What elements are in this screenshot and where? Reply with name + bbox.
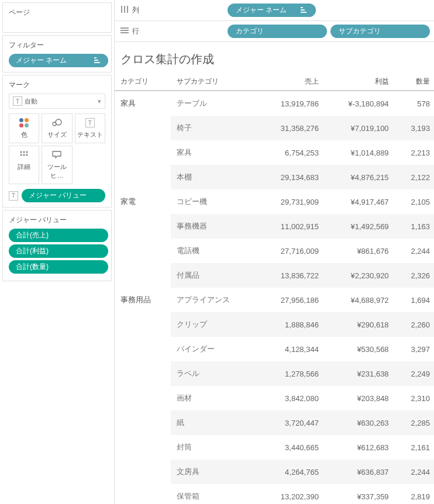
cell-sales[interactable]: 3,440,665 bbox=[258, 435, 325, 460]
mark-tooltip-button[interactable]: ツールヒ… bbox=[42, 146, 72, 184]
cell-profit[interactable]: ¥7,019,100 bbox=[325, 116, 395, 140]
cell-sales[interactable]: 3,842,080 bbox=[258, 386, 325, 410]
mv-pill-quantity[interactable]: 合計(数量) bbox=[9, 260, 108, 274]
cell-category[interactable] bbox=[115, 460, 171, 484]
cell-profit[interactable]: ¥1,014,889 bbox=[325, 140, 395, 165]
cell-subcategory[interactable]: 電話機 bbox=[171, 239, 258, 263]
cell-profit[interactable]: ¥630,263 bbox=[325, 410, 395, 435]
cell-subcategory[interactable]: 付属品 bbox=[171, 263, 258, 288]
cell-subcategory[interactable]: 封筒 bbox=[171, 435, 258, 460]
cell-category[interactable] bbox=[115, 410, 171, 435]
mark-detail-button[interactable]: 詳細 bbox=[9, 146, 39, 184]
cell-quantity[interactable]: 2,285 bbox=[395, 410, 434, 435]
row-pill-subcategory[interactable]: サブカテゴリ bbox=[330, 25, 430, 38]
cell-subcategory[interactable]: 保管箱 bbox=[171, 484, 258, 504]
columns-shelf[interactable]: 列 メジャー ネーム bbox=[115, 0, 434, 21]
cell-subcategory[interactable]: ラベル bbox=[171, 361, 258, 386]
cell-quantity[interactable]: 2,326 bbox=[395, 263, 434, 288]
cell-category[interactable] bbox=[115, 140, 171, 165]
cell-profit[interactable]: ¥-3,180,894 bbox=[325, 91, 395, 116]
marks-type-select[interactable]: T 自動 ▾ bbox=[9, 94, 105, 109]
cell-category[interactable]: 家電 bbox=[115, 189, 171, 214]
cell-subcategory[interactable]: 画材 bbox=[171, 386, 258, 410]
header-category[interactable]: カテゴリ bbox=[115, 73, 171, 91]
cell-profit[interactable]: ¥2,230,920 bbox=[325, 263, 395, 288]
cell-quantity[interactable]: 2,249 bbox=[395, 361, 434, 386]
cell-profit[interactable]: ¥1,492,569 bbox=[325, 214, 395, 239]
cell-quantity[interactable]: 578 bbox=[395, 91, 434, 116]
cell-sales[interactable]: 4,128,344 bbox=[258, 337, 325, 361]
cell-subcategory[interactable]: 事務機器 bbox=[171, 214, 258, 239]
cell-subcategory[interactable]: クリップ bbox=[171, 312, 258, 337]
cell-category[interactable] bbox=[115, 239, 171, 263]
header-quantity[interactable]: 数量 bbox=[395, 73, 434, 91]
cell-profit[interactable]: ¥636,837 bbox=[325, 460, 395, 484]
cell-category[interactable] bbox=[115, 361, 171, 386]
cell-sales[interactable]: 13,836,722 bbox=[258, 263, 325, 288]
mark-text-button[interactable]: T テキスト bbox=[75, 113, 105, 143]
cell-sales[interactable]: 3,720,447 bbox=[258, 410, 325, 435]
cell-category[interactable] bbox=[115, 484, 171, 504]
cell-category[interactable] bbox=[115, 116, 171, 140]
cell-quantity[interactable]: 2,244 bbox=[395, 460, 434, 484]
cell-profit[interactable]: ¥290,618 bbox=[325, 312, 395, 337]
cell-category[interactable] bbox=[115, 435, 171, 460]
cell-sales[interactable]: 13,202,390 bbox=[258, 484, 325, 504]
cell-subcategory[interactable]: コピー機 bbox=[171, 189, 258, 214]
cell-profit[interactable]: ¥4,917,467 bbox=[325, 189, 395, 214]
cell-subcategory[interactable]: テーブル bbox=[171, 91, 258, 116]
cell-sales[interactable]: 4,264,765 bbox=[258, 460, 325, 484]
cell-category[interactable] bbox=[115, 263, 171, 288]
cell-subcategory[interactable]: バインダー bbox=[171, 337, 258, 361]
column-pill-measure-names[interactable]: メジャー ネーム bbox=[228, 4, 316, 17]
cell-quantity[interactable]: 2,161 bbox=[395, 435, 434, 460]
cell-sales[interactable]: 29,134,683 bbox=[258, 165, 325, 189]
cell-quantity[interactable]: 2,213 bbox=[395, 140, 434, 165]
cell-profit[interactable]: ¥612,683 bbox=[325, 435, 395, 460]
mv-pill-sales[interactable]: 合計(売上) bbox=[9, 229, 108, 242]
cell-quantity[interactable]: 2,105 bbox=[395, 189, 434, 214]
cell-sales[interactable]: 27,956,186 bbox=[258, 288, 325, 312]
cell-subcategory[interactable]: 紙 bbox=[171, 410, 258, 435]
cell-subcategory[interactable]: 文房具 bbox=[171, 460, 258, 484]
cell-category[interactable]: 家具 bbox=[115, 91, 171, 116]
cell-sales[interactable]: 13,919,786 bbox=[258, 91, 325, 116]
cell-subcategory[interactable]: アプライアンス bbox=[171, 288, 258, 312]
cell-sales[interactable]: 1,888,846 bbox=[258, 312, 325, 337]
cell-subcategory[interactable]: 椅子 bbox=[171, 116, 258, 140]
cell-profit[interactable]: ¥530,568 bbox=[325, 337, 395, 361]
cell-sales[interactable]: 27,716,009 bbox=[258, 239, 325, 263]
mark-color-button[interactable]: 色 bbox=[9, 113, 39, 143]
mv-pill-profit[interactable]: 合計(利益) bbox=[9, 244, 108, 258]
cell-sales[interactable]: 29,731,909 bbox=[258, 189, 325, 214]
cell-profit[interactable]: ¥4,688,972 bbox=[325, 288, 395, 312]
cell-profit[interactable]: ¥861,676 bbox=[325, 239, 395, 263]
cell-quantity[interactable]: 2,260 bbox=[395, 312, 434, 337]
rows-shelf[interactable]: 行 カテゴリ サブカテゴリ bbox=[115, 21, 434, 42]
measure-value-pill[interactable]: メジャー バリュー bbox=[22, 189, 105, 202]
row-pill-category[interactable]: カテゴリ bbox=[228, 25, 327, 38]
cell-quantity[interactable]: 2,244 bbox=[395, 239, 434, 263]
header-subcategory[interactable]: サブカテゴリ bbox=[171, 73, 258, 91]
cell-category[interactable] bbox=[115, 386, 171, 410]
cell-profit[interactable]: ¥203,848 bbox=[325, 386, 395, 410]
cell-subcategory[interactable]: 本棚 bbox=[171, 165, 258, 189]
cell-quantity[interactable]: 2,310 bbox=[395, 386, 434, 410]
cell-sales[interactable]: 11,002,915 bbox=[258, 214, 325, 239]
header-sales[interactable]: 売上 bbox=[258, 73, 325, 91]
cell-category[interactable] bbox=[115, 337, 171, 361]
cell-category[interactable] bbox=[115, 214, 171, 239]
cell-quantity[interactable]: 2,122 bbox=[395, 165, 434, 189]
cell-profit[interactable]: ¥4,876,215 bbox=[325, 165, 395, 189]
header-profit[interactable]: 利益 bbox=[325, 73, 395, 91]
cell-category[interactable]: 事務用品 bbox=[115, 288, 171, 312]
cell-category[interactable] bbox=[115, 165, 171, 189]
cell-subcategory[interactable]: 家具 bbox=[171, 140, 258, 165]
cell-quantity[interactable]: 1,694 bbox=[395, 288, 434, 312]
cell-quantity[interactable]: 1,163 bbox=[395, 214, 434, 239]
cell-sales[interactable]: 6,754,253 bbox=[258, 140, 325, 165]
cell-profit[interactable]: ¥337,359 bbox=[325, 484, 395, 504]
cell-quantity[interactable]: 3,297 bbox=[395, 337, 434, 361]
filter-pill-measure-names[interactable]: メジャー ネーム bbox=[9, 54, 108, 67]
cell-quantity[interactable]: 2,819 bbox=[395, 484, 434, 504]
